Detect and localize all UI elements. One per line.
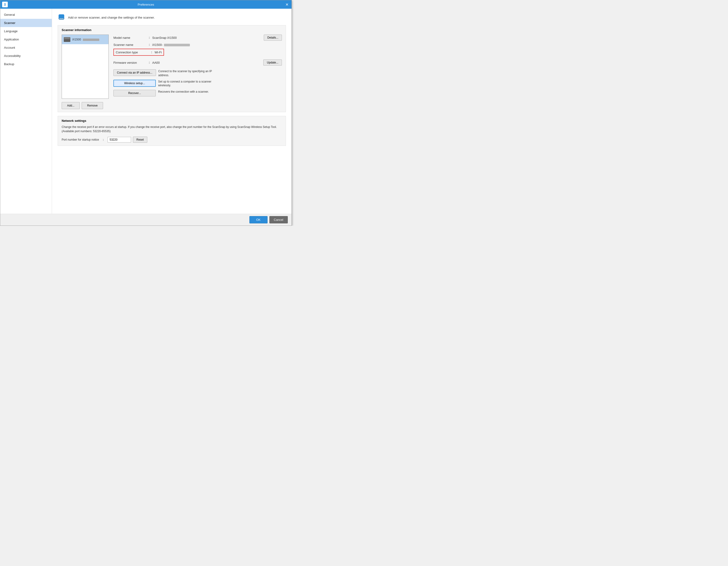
cancel-button[interactable]: Cancel — [269, 216, 288, 224]
ok-button[interactable]: OK — [249, 216, 268, 224]
recover-button[interactable]: Recover... — [113, 90, 156, 96]
scanner-thumbnail — [64, 37, 70, 42]
firmware-row: Firmware version ： AA00 — [113, 60, 160, 65]
connect-ip-desc: Connect to the scanner by specifying an … — [158, 69, 220, 77]
section-header: Add or remove scanner, and change the se… — [58, 13, 286, 21]
sidebar-item-backup[interactable]: Backup — [0, 60, 52, 68]
scanner-info-title: Scanner information — [62, 28, 282, 32]
connection-type-row: Connection type ： Wi-Fi — [113, 49, 164, 56]
scanner-list-item[interactable]: iX1500 — [62, 35, 108, 44]
sidebar-item-scanner[interactable]: Scanner — [0, 19, 52, 27]
section-description: Add or remove scanner, and change the se… — [68, 16, 155, 19]
reset-button[interactable]: Reset — [133, 137, 147, 143]
wireless-setup-button[interactable]: Wireless setup... — [113, 80, 156, 87]
scanner-name-row: Scanner name ： iX1500- — [113, 43, 282, 47]
port-label: Port number for startup notice — [62, 138, 99, 141]
connection-label: Connection type — [116, 51, 149, 54]
footer: OK Cancel — [0, 214, 292, 226]
port-input[interactable] — [108, 137, 131, 143]
firmware-value: AA00 — [152, 61, 160, 64]
scanner-details: Model name ： ScanSnap iX1500 Details... … — [113, 35, 282, 99]
connection-type-container: Connection type ： Wi-Fi — [113, 49, 282, 58]
recover-row: Recover... Recovers the connection with … — [113, 90, 282, 96]
model-label: Model name — [113, 36, 146, 40]
port-row: Port number for startup notice ： Reset — [62, 137, 282, 143]
scanner-icon — [58, 13, 65, 21]
app-logo: S — [2, 0, 8, 9]
network-settings-title: Network settings — [62, 119, 282, 123]
model-value: ScanSnap iX1500 — [152, 36, 177, 40]
connection-value: Wi-Fi — [155, 51, 162, 54]
model-name-row: Model name ： ScanSnap iX1500 — [113, 36, 177, 40]
wireless-setup-row: Wireless setup... Set up to connect a co… — [113, 80, 282, 88]
sidebar-item-general[interactable]: General — [0, 11, 52, 19]
sidebar: General Scanner Language Application Acc… — [0, 9, 52, 214]
network-settings-card: Network settings Change the receive port… — [58, 116, 286, 146]
network-settings-desc: Change the receive port if an error occu… — [62, 125, 282, 133]
scanner-info-body: iX1500 Model name ： ScanSnap iX — [62, 35, 282, 99]
scanner-list: iX1500 — [62, 35, 109, 99]
close-icon[interactable]: ✕ — [284, 2, 290, 7]
scanner-name-blurred-detail — [164, 44, 190, 46]
content-panel: Add or remove scanner, and change the se… — [52, 9, 292, 214]
titlebar: S Preferences ✕ — [0, 0, 292, 9]
action-buttons: Connect via an IP address... Connect to … — [113, 69, 282, 96]
close-button[interactable]: ✕ — [284, 0, 290, 9]
details-button[interactable]: Details... — [264, 35, 282, 41]
scanner-name-value: iX1500- — [152, 43, 190, 47]
add-button[interactable]: Add... — [62, 102, 80, 109]
update-button[interactable]: Update... — [263, 60, 282, 66]
recover-desc: Recovers the connection with a scanner. — [158, 90, 209, 94]
connect-ip-button[interactable]: Connect via an IP address... — [113, 69, 156, 76]
scanner-info-card: Scanner information iX1500 — [58, 25, 286, 112]
firmware-label: Firmware version — [113, 61, 146, 64]
sidebar-item-application[interactable]: Application — [0, 35, 52, 44]
bottom-btn-row: Add... Remove — [62, 102, 282, 109]
main-content: General Scanner Language Application Acc… — [0, 9, 292, 214]
window-title: Preferences — [138, 3, 154, 6]
sidebar-item-accessibility[interactable]: Accessibility — [0, 52, 52, 60]
connect-ip-row: Connect via an IP address... Connect to … — [113, 69, 282, 77]
scanner-name-blurred — [83, 39, 99, 41]
svg-rect-0 — [59, 18, 64, 19]
sidebar-item-language[interactable]: Language — [0, 27, 52, 35]
wireless-setup-desc: Set up to connect a computer to a scanne… — [158, 80, 219, 88]
remove-button[interactable]: Remove — [82, 102, 103, 109]
sidebar-item-account[interactable]: Account — [0, 44, 52, 52]
scanner-list-name: iX1500 — [72, 38, 99, 41]
scanner-name-label: Scanner name — [113, 43, 146, 47]
